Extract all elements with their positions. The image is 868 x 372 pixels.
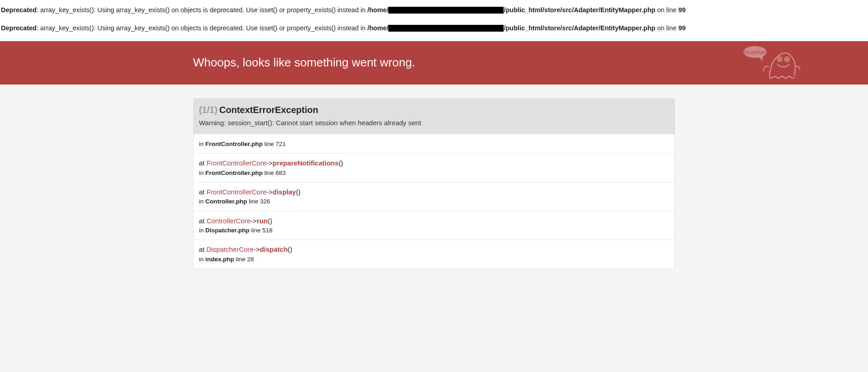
- exception-class: ContextErrorException: [219, 105, 318, 115]
- deprecated-path-pre: /home/: [368, 24, 389, 32]
- trace-in: in: [199, 198, 205, 205]
- trace-file[interactable]: Controller.php: [205, 198, 247, 205]
- error-header: Whoops, looks like something went wrong.…: [0, 41, 868, 85]
- trace-arrow: ->: [250, 217, 257, 225]
- trace-class[interactable]: FrontControllerCore: [207, 159, 267, 167]
- trace-method[interactable]: display: [273, 188, 296, 196]
- trace-at: at: [199, 159, 207, 167]
- trace-line: line 683: [263, 170, 286, 176]
- trace-in: in: [199, 170, 205, 176]
- trace-paren: (): [296, 188, 301, 196]
- exception-count: (1/1): [199, 105, 217, 115]
- trace-file[interactable]: index.php: [205, 256, 234, 263]
- deprecated-notice: Deprecated: array_key_exists(): Using ar…: [0, 23, 868, 41]
- deprecated-on-line: on line: [656, 6, 679, 14]
- trace-row: at DispatcherCore->dispatch() in index.p…: [193, 240, 675, 268]
- deprecated-on-line: on line: [656, 24, 679, 32]
- trace-row: in FrontController.php line 721: [193, 134, 675, 154]
- trace-line: line 518: [250, 227, 273, 234]
- trace-method[interactable]: dispatch: [260, 245, 288, 253]
- trace-class[interactable]: FrontControllerCore: [207, 188, 267, 196]
- trace-method[interactable]: run: [257, 217, 268, 225]
- trace-line: line 326: [247, 198, 270, 205]
- exception-message: Warning: session_start(): Cannot start s…: [199, 119, 669, 127]
- ghost-illustration: Exception!: [741, 45, 800, 81]
- trace-method[interactable]: prepareNotifications: [273, 159, 339, 167]
- trace-in: in: [199, 256, 205, 263]
- deprecated-notice: Deprecated: array_key_exists(): Using ar…: [0, 5, 868, 23]
- page-title: Whoops, looks like something went wrong.: [193, 56, 415, 70]
- trace-arrow: ->: [254, 245, 260, 253]
- svg-point-3: [779, 58, 781, 60]
- trace-line: line 28: [234, 256, 254, 263]
- exception-ghost-icon: Exception!: [741, 45, 800, 80]
- trace-row: at FrontControllerCore->prepareNotificat…: [193, 153, 675, 182]
- trace-file[interactable]: FrontController.php: [205, 170, 263, 176]
- exception-header: (1/1) ContextErrorException Warning: ses…: [193, 99, 675, 134]
- deprecated-line-num: 99: [678, 24, 685, 32]
- trace-file[interactable]: Dispatcher.php: [205, 227, 250, 234]
- trace-row: at ControllerCore->run() in Dispatcher.p…: [193, 211, 675, 240]
- deprecated-msg: : array_key_exists(): Using array_key_ex…: [37, 24, 368, 32]
- trace-paren: (): [339, 159, 343, 167]
- trace-file[interactable]: FrontController.php: [205, 141, 263, 147]
- trace-paren: (): [268, 217, 272, 225]
- trace-line: line 721: [263, 141, 286, 147]
- php-deprecated-notices: Deprecated: array_key_exists(): Using ar…: [0, 0, 868, 41]
- trace-in: in: [199, 227, 205, 234]
- deprecated-path-post: /public_html/store/src/Adapter/EntityMap…: [504, 24, 655, 32]
- trace-class[interactable]: ControllerCore: [207, 217, 251, 225]
- deprecated-path-post: /public_html/store/src/Adapter/EntityMap…: [504, 6, 655, 14]
- trace-at: at: [199, 188, 207, 196]
- deprecated-line-num: 99: [678, 6, 685, 14]
- trace-row: at FrontControllerCore->display() in Con…: [193, 182, 675, 211]
- deprecated-label: Deprecated: [1, 24, 37, 32]
- svg-point-4: [787, 58, 788, 60]
- trace-at: at: [199, 245, 207, 253]
- deprecated-label: Deprecated: [1, 6, 37, 14]
- trace-paren: (): [288, 245, 292, 253]
- redacted-path: [388, 25, 504, 32]
- deprecated-path-pre: /home/: [368, 6, 389, 14]
- trace-arrow: ->: [266, 159, 273, 167]
- bubble-text: Exception!: [743, 49, 767, 55]
- redacted-path: [388, 7, 504, 14]
- deprecated-msg: : array_key_exists(): Using array_key_ex…: [37, 6, 368, 14]
- trace-arrow: ->: [266, 188, 273, 196]
- trace-in: in: [199, 141, 205, 147]
- exception-panel: (1/1) ContextErrorException Warning: ses…: [193, 98, 675, 269]
- trace-at: at: [199, 217, 207, 225]
- trace-class[interactable]: DispatcherCore: [207, 245, 254, 253]
- header-inner: Whoops, looks like something went wrong.: [193, 56, 675, 70]
